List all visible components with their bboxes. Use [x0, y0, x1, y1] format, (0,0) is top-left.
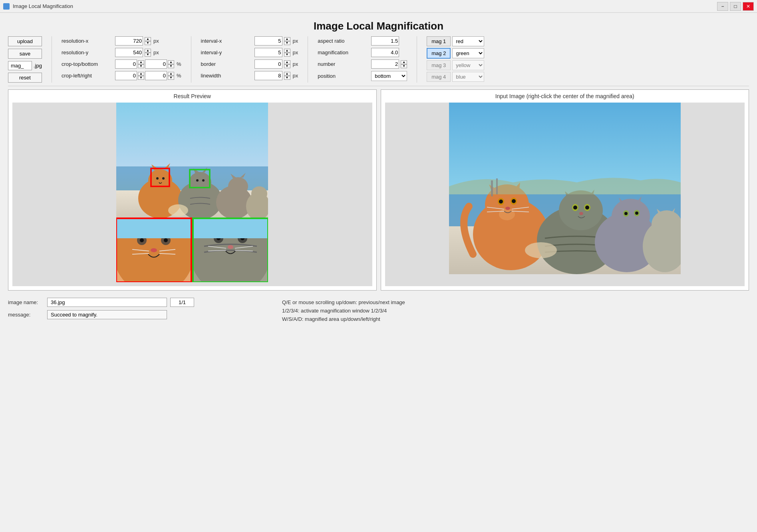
crop-tb-up1[interactable]: ▲: [138, 60, 144, 64]
mag4-button[interactable]: mag 4: [427, 72, 451, 82]
svg-point-15: [202, 179, 205, 182]
result-preview-pane: Result Preview: [8, 89, 377, 291]
number-spinner: ▲ ▼: [401, 60, 407, 68]
interval-x-input[interactable]: [254, 36, 282, 45]
interval-y-down[interactable]: ▼: [284, 53, 290, 57]
mag2-color-select[interactable]: red green yellow blue: [452, 48, 484, 58]
crop-tb-inputs: ▲ ▼ ▲ ▼: [115, 59, 174, 69]
interval-y-up[interactable]: ▲: [284, 49, 290, 53]
resolution-y-spinner: ▲ ▼: [145, 49, 151, 57]
mag1-color-select[interactable]: red green yellow blue: [452, 36, 484, 46]
svg-point-7: [148, 169, 172, 192]
crop-tb-down1[interactable]: ▼: [138, 64, 144, 68]
resolution-x-field: resolution-x ▲ ▼ px: [62, 36, 181, 45]
border-down[interactable]: ▼: [284, 64, 290, 68]
crop-lr-label: crop-left/right: [62, 73, 113, 79]
linewidth-down[interactable]: ▼: [284, 76, 290, 80]
number-down[interactable]: ▼: [401, 64, 407, 68]
reset-button[interactable]: reset: [8, 73, 42, 83]
svg-rect-93: [491, 180, 493, 196]
resolution-group: resolution-x ▲ ▼ px resolution-y ▲ ▼ px …: [62, 36, 181, 80]
bottom-left: image name: 1/1 message:: [8, 298, 194, 319]
linewidth-label: linewidth: [201, 73, 253, 79]
resolution-x-down[interactable]: ▼: [145, 41, 151, 45]
minimize-button[interactable]: −: [717, 2, 728, 11]
svg-point-75: [573, 206, 577, 210]
position-select[interactable]: bottom top left right: [371, 71, 407, 81]
filename-input[interactable]: [8, 61, 32, 70]
crop-lr-input1[interactable]: [115, 71, 137, 80]
number-field: number ▲ ▼: [318, 59, 407, 69]
crop-lr-down2[interactable]: ▼: [168, 76, 174, 80]
resolution-y-down[interactable]: ▼: [145, 53, 151, 57]
resolution-x-input[interactable]: [115, 36, 143, 45]
app-title: Image Local Magnification: [0, 13, 757, 36]
interval-x-up[interactable]: ▲: [284, 37, 290, 41]
mag3-button[interactable]: mag 3: [427, 60, 451, 70]
crop-tb-input2[interactable]: [145, 59, 167, 69]
linewidth-input[interactable]: [254, 71, 282, 80]
maximize-button[interactable]: □: [730, 2, 741, 11]
svg-point-23: [251, 186, 267, 201]
number-label: number: [318, 61, 370, 67]
message-label: message:: [8, 312, 44, 318]
save-button[interactable]: save: [8, 49, 42, 59]
linewidth-up[interactable]: ▲: [284, 72, 290, 76]
resolution-x-label: resolution-x: [62, 38, 113, 44]
crop-lr-input2[interactable]: [145, 71, 167, 80]
crop-tb-up2[interactable]: ▲: [168, 60, 174, 64]
result-image-svg: [116, 103, 268, 282]
number-input[interactable]: [371, 59, 399, 69]
resolution-y-input[interactable]: [115, 48, 143, 57]
crop-lr-up1[interactable]: ▲: [138, 72, 144, 76]
border-unit: px: [293, 61, 298, 67]
border-input[interactable]: [254, 59, 282, 69]
crop-tb-input1[interactable]: [115, 59, 137, 69]
input-canvas[interactable]: [385, 103, 745, 286]
resolution-y-label: resolution-y: [62, 49, 113, 55]
magnification-input[interactable]: [371, 48, 399, 57]
mag1-button[interactable]: mag 1: [427, 36, 451, 46]
crop-tb-unit: %: [177, 61, 181, 67]
svg-rect-38: [116, 218, 191, 238]
resolution-x-up[interactable]: ▲: [145, 37, 151, 41]
crop-tb-down2[interactable]: ▼: [168, 64, 174, 68]
number-up[interactable]: ▲: [401, 60, 407, 64]
resolution-x-spinner: ▲ ▼: [145, 37, 151, 45]
mag4-color-select[interactable]: red green yellow blue: [452, 72, 484, 82]
mag2-button[interactable]: mag 2: [427, 48, 451, 59]
mag3-color-select[interactable]: red green yellow blue: [452, 60, 484, 70]
interval-x-unit: px: [293, 38, 298, 44]
magnification-field: magnification: [318, 48, 407, 57]
svg-point-61: [499, 200, 503, 204]
svg-point-89: [652, 210, 681, 238]
svg-point-31: [140, 238, 144, 242]
interval-group: interval-x ▲ ▼ px interval-y ▲ ▼ px bord…: [201, 36, 298, 80]
crop-lr-up2[interactable]: ▲: [168, 72, 174, 76]
position-field: position bottom top left right: [318, 71, 407, 81]
svg-point-76: [585, 206, 589, 210]
mag1-row: mag 1 red green yellow blue: [427, 36, 484, 46]
resolution-x-unit: px: [153, 38, 159, 44]
crop-lr-down1[interactable]: ▼: [138, 76, 144, 80]
shortcut-3: W/S/A/D: magnified area up/down/left/rig…: [282, 316, 749, 322]
border-up[interactable]: ▲: [284, 60, 290, 64]
linewidth-spinner: ▲ ▼: [284, 72, 290, 80]
interval-y-spinner: ▲ ▼: [284, 49, 290, 57]
crop-lr-spinner2: ▲ ▼: [168, 72, 174, 80]
action-buttons-group: upload save .jpg reset: [8, 36, 42, 83]
svg-point-9: [162, 177, 165, 180]
upload-button[interactable]: upload: [8, 36, 42, 46]
titlebar: Image Local Magnification − □ ✕: [0, 0, 757, 13]
crop-tb-field: crop-top/bottom ▲ ▼ ▲ ▼ %: [62, 59, 181, 69]
close-button[interactable]: ✕: [743, 2, 754, 11]
interval-x-down[interactable]: ▼: [284, 41, 290, 45]
resolution-y-up[interactable]: ▲: [145, 49, 151, 53]
titlebar-buttons: − □ ✕: [717, 2, 754, 11]
linewidth-field: linewidth ▲ ▼ px: [201, 71, 298, 80]
result-canvas[interactable]: [12, 103, 372, 286]
resolution-y-field: resolution-y ▲ ▼ px: [62, 48, 181, 57]
aspect-ratio-input[interactable]: [371, 36, 399, 45]
interval-y-input[interactable]: [254, 48, 282, 57]
image-name-input[interactable]: [47, 298, 167, 307]
